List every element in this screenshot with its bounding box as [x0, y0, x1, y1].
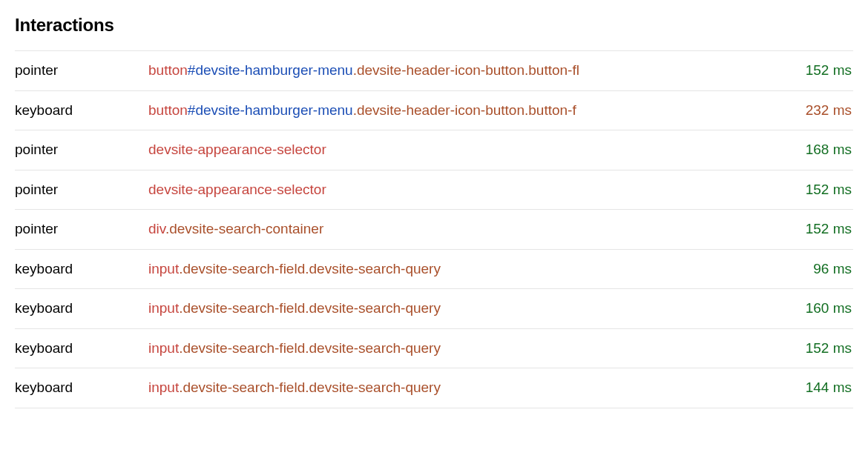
interaction-type: keyboard [15, 338, 148, 359]
selector-id: #devsite-hamburger-menu [188, 62, 353, 78]
interaction-duration: 168 ms [792, 139, 852, 161]
element-selector: input.devsite-search-field.devsite-searc… [148, 377, 792, 399]
section-heading: Interactions [15, 15, 853, 36]
element-selector: button#devsite-hamburger-menu.devsite-he… [148, 100, 792, 122]
selector-id: #devsite-hamburger-menu [188, 102, 353, 118]
interaction-row[interactable]: pointerdevsite-appearance-selector168 ms [15, 130, 853, 170]
element-selector: input.devsite-search-field.devsite-searc… [148, 259, 792, 280]
selector-class: .devsite-search-field.devsite-search-que… [179, 340, 441, 356]
selector-class: .devsite-search-field.devsite-search-que… [179, 380, 441, 395]
selector-tag: input [148, 300, 179, 316]
interaction-duration: 160 ms [792, 298, 852, 319]
interaction-row[interactable]: keyboardinput.devsite-search-field.devsi… [15, 250, 853, 290]
interaction-type: keyboard [15, 259, 148, 280]
interaction-row[interactable]: keyboardbutton#devsite-hamburger-menu.de… [15, 91, 853, 131]
interaction-type: pointer [15, 139, 148, 161]
interaction-type: keyboard [15, 100, 148, 122]
interaction-row[interactable]: pointerbutton#devsite-hamburger-menu.dev… [15, 51, 853, 91]
selector-tag: input [148, 340, 179, 356]
selector-tag: devsite-appearance-selector [148, 142, 326, 157]
selector-class: .devsite-search-field.devsite-search-que… [179, 300, 441, 316]
element-selector: button#devsite-hamburger-menu.devsite-he… [148, 60, 792, 82]
selector-class: .devsite-header-icon-button.button-f [353, 102, 576, 118]
element-selector: input.devsite-search-field.devsite-searc… [148, 298, 792, 319]
selector-class: .devsite-header-icon-button.button-fl [353, 62, 579, 78]
interaction-duration: 144 ms [792, 377, 852, 399]
interactions-table: pointerbutton#devsite-hamburger-menu.dev… [15, 50, 853, 408]
interaction-type: pointer [15, 179, 148, 201]
interaction-row[interactable]: keyboardinput.devsite-search-field.devsi… [15, 329, 853, 369]
interaction-type: keyboard [15, 298, 148, 319]
selector-tag: devsite-appearance-selector [148, 182, 326, 197]
interaction-duration: 152 ms [792, 60, 852, 82]
selector-tag: div [148, 221, 165, 236]
element-selector: input.devsite-search-field.devsite-searc… [148, 338, 792, 359]
interaction-type: pointer [15, 60, 148, 82]
interaction-duration: 152 ms [792, 179, 852, 201]
interaction-duration: 152 ms [792, 219, 852, 240]
interaction-row[interactable]: pointerdiv.devsite-search-container152 m… [15, 210, 853, 250]
selector-class: .devsite-search-container [165, 221, 323, 236]
interaction-row[interactable]: keyboardinput.devsite-search-field.devsi… [15, 289, 853, 329]
interaction-duration: 232 ms [792, 100, 852, 122]
selector-tag: button [148, 62, 188, 78]
element-selector: devsite-appearance-selector [148, 179, 792, 201]
selector-tag: input [148, 261, 179, 276]
selector-class: .devsite-search-field.devsite-search-que… [179, 261, 441, 276]
element-selector: devsite-appearance-selector [148, 139, 792, 161]
interaction-row[interactable]: pointerdevsite-appearance-selector152 ms [15, 170, 853, 211]
interaction-row[interactable]: keyboardinput.devsite-search-field.devsi… [15, 368, 853, 408]
selector-tag: button [148, 102, 188, 118]
interaction-duration: 152 ms [792, 338, 852, 359]
interaction-type: keyboard [15, 377, 148, 399]
element-selector: div.devsite-search-container [148, 219, 792, 240]
interaction-type: pointer [15, 219, 148, 240]
selector-tag: input [148, 380, 179, 395]
interaction-duration: 96 ms [792, 259, 852, 280]
